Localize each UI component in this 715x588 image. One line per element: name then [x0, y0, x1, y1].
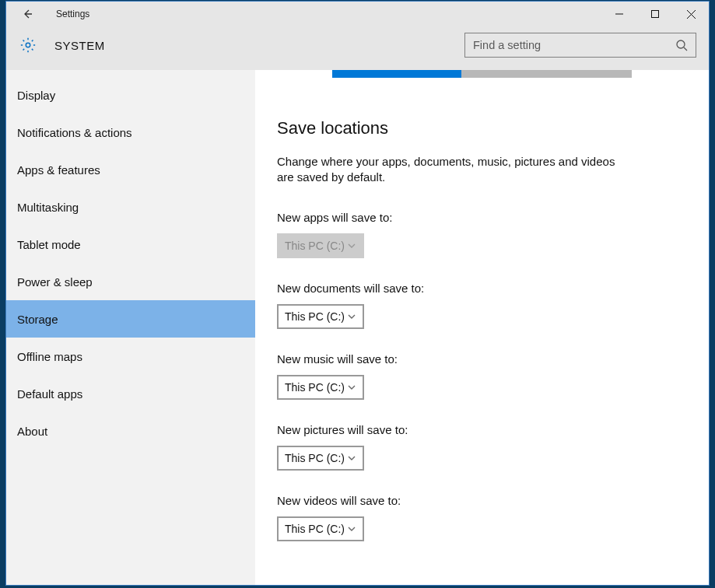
select-value: This PC (C:) — [285, 240, 347, 252]
window-title: Settings — [56, 9, 89, 19]
sidebar-item-label: Power & sleep — [17, 275, 93, 289]
svg-rect-0 — [652, 11, 659, 18]
sidebar-item-label: Multitasking — [17, 201, 79, 214]
drive-select[interactable]: This PC (C:) — [277, 304, 364, 329]
sidebar-item-notifications-actions[interactable]: Notifications & actions — [6, 114, 255, 151]
titlebar-bottom: SYSTEM — [6, 26, 709, 70]
maximize-button[interactable] — [637, 2, 673, 26]
sidebar-item-label: About — [17, 425, 47, 438]
chevron-down-icon — [347, 383, 356, 392]
sidebar-item-label: Offline maps — [17, 350, 82, 363]
sidebar-item-label: Default apps — [17, 387, 82, 401]
svg-point-1 — [26, 43, 30, 47]
drive-select[interactable]: This PC (C:) — [277, 446, 364, 471]
sidebar-item-label: Apps & features — [17, 163, 100, 177]
sidebar-item-label: Notifications & actions — [17, 126, 132, 139]
sidebar-item-storage[interactable]: Storage — [6, 300, 255, 338]
chevron-down-icon — [347, 453, 356, 463]
body-area: DisplayNotifications & actionsApps & fea… — [6, 70, 709, 585]
sidebar-item-about[interactable]: About — [6, 412, 255, 450]
section-title: SYSTEM — [54, 39, 105, 52]
content-pane: Save locations Change where your apps, d… — [255, 70, 709, 585]
save-location-field: New apps will save to:This PC (C:) — [277, 211, 687, 258]
sidebar-item-multitasking[interactable]: Multitasking — [6, 188, 255, 226]
search-icon — [675, 39, 688, 51]
field-label: New apps will save to: — [277, 211, 687, 224]
titlebar-top: Settings — [6, 2, 709, 26]
chevron-down-icon — [347, 524, 356, 534]
search-box[interactable] — [464, 33, 696, 58]
sidebar-item-default-apps[interactable]: Default apps — [6, 375, 255, 412]
drive-select[interactable]: This PC (C:) — [277, 375, 364, 400]
minimize-button[interactable] — [601, 2, 637, 26]
storage-progress-fill — [332, 70, 461, 78]
chevron-down-icon — [347, 241, 356, 250]
drive-select: This PC (C:) — [277, 233, 364, 258]
sidebar-item-display[interactable]: Display — [6, 76, 255, 114]
drive-select[interactable]: This PC (C:) — [277, 516, 364, 541]
back-button[interactable] — [11, 2, 44, 26]
close-button[interactable] — [673, 2, 709, 26]
content-heading: Save locations — [277, 118, 687, 138]
maximize-icon — [651, 10, 659, 18]
settings-window: Settings SYSTEM — [5, 1, 710, 586]
content-description: Change where your apps, documents, music… — [277, 154, 635, 186]
sidebar-item-power-sleep[interactable]: Power & sleep — [6, 263, 255, 300]
save-location-field: New documents will save to:This PC (C:) — [277, 282, 687, 329]
select-value: This PC (C:) — [285, 452, 347, 464]
select-value: This PC (C:) — [285, 310, 347, 323]
field-label: New videos will save to: — [277, 494, 687, 507]
field-label: New pictures will save to: — [277, 423, 687, 436]
sidebar-item-apps-features[interactable]: Apps & features — [6, 151, 255, 188]
storage-progress-wrap — [277, 70, 687, 78]
close-icon — [687, 10, 696, 19]
field-label: New documents will save to: — [277, 282, 687, 295]
select-value: This PC (C:) — [285, 381, 347, 394]
select-value: This PC (C:) — [285, 523, 347, 535]
chevron-down-icon — [347, 312, 356, 321]
sidebar: DisplayNotifications & actionsApps & fea… — [6, 70, 255, 585]
sidebar-item-offline-maps[interactable]: Offline maps — [6, 338, 255, 375]
save-location-field: New videos will save to:This PC (C:) — [277, 494, 687, 541]
save-location-field: New music will save to:This PC (C:) — [277, 352, 687, 400]
window-controls — [601, 2, 709, 26]
svg-point-2 — [677, 40, 685, 48]
titlebar: Settings SYSTEM — [6, 2, 709, 70]
sidebar-item-label: Storage — [17, 313, 58, 326]
sidebar-item-label: Display — [17, 89, 55, 102]
save-location-field: New pictures will save to:This PC (C:) — [277, 423, 687, 471]
storage-progress-bar — [332, 70, 632, 78]
field-label: New music will save to: — [277, 352, 687, 366]
gear-icon — [19, 36, 37, 54]
minimize-icon — [615, 10, 623, 18]
sidebar-item-tablet-mode[interactable]: Tablet mode — [6, 226, 255, 263]
arrow-left-icon — [21, 8, 33, 20]
search-input[interactable] — [473, 39, 675, 51]
sidebar-item-label: Tablet mode — [17, 238, 81, 251]
